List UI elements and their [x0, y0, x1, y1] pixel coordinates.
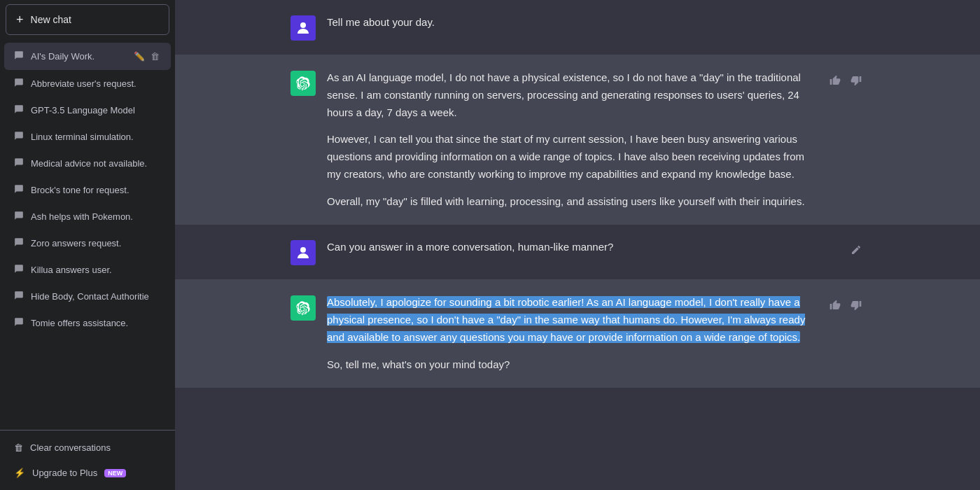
assistant-para-3: Overall, my "day" is filled with learnin… [327, 193, 816, 211]
assistant-message-1-content: As an AI language model, I do not have a… [327, 69, 816, 210]
thumbs-down-button-2[interactable] [848, 297, 864, 314]
sidebar-item-label: Tomie offers assistance. [31, 318, 161, 328]
sidebar-item-tomie-assists[interactable]: Tomie offers assistance. [4, 310, 171, 336]
user-message-2-content: Can you answer in a more conversation, h… [327, 239, 836, 256]
thumbs-down-button[interactable] [848, 72, 864, 89]
delete-chat-icon[interactable]: 🗑 [149, 50, 161, 63]
chat-icon [14, 211, 24, 223]
sidebar-item-label: Brock's tone for request. [31, 185, 161, 195]
main-chat-area: Tell me about your day. As an AI languag… [175, 0, 980, 490]
sidebar: + New chat AI's Daily Work. ✏️ 🗑 Abbrevi… [0, 0, 175, 490]
assistant-avatar [290, 71, 316, 96]
sidebar-item-label: Linux terminal simulation. [31, 132, 161, 142]
assistant-1-actions [827, 72, 864, 89]
sidebar-item-killua-answers[interactable]: Killua answers user. [4, 257, 171, 283]
message-row: As an AI language model, I do not have a… [262, 69, 892, 210]
thumbs-up-button-2[interactable] [827, 297, 844, 314]
upgrade-label: Upgrade to Plus [32, 468, 97, 478]
message-group-user-1: Tell me about your day. [175, 0, 980, 55]
sidebar-item-abbreviate-user[interactable]: Abbreviate user's request. [4, 71, 171, 97]
user-message-1-content: Tell me about your day. [327, 14, 864, 31]
assistant-message-2-content: Absolutely, I apologize for sounding a b… [327, 294, 816, 373]
chat-icon [14, 131, 24, 143]
sidebar-item-ai-daily-work[interactable]: AI's Daily Work. ✏️ 🗑 [4, 43, 171, 70]
message-group-user-2: Can you answer in a more conversation, h… [175, 225, 980, 280]
chat-icon [14, 237, 24, 249]
edit-chat-icon[interactable]: ✏️ [132, 50, 146, 63]
user-2-actions [848, 241, 864, 258]
edit-message-button[interactable] [848, 241, 864, 258]
new-chat-label: New chat [31, 14, 71, 25]
sidebar-item-zoro-answers[interactable]: Zoro answers request. [4, 230, 171, 256]
user-message-2-text: Can you answer in a more conversation, h… [327, 239, 836, 256]
sidebar-item-label: Ash helps with Pokemon. [31, 211, 161, 222]
sidebar-item-label: GPT-3.5 Language Model [31, 105, 161, 115]
clear-conversations-label: Clear conversations [30, 442, 111, 453]
sidebar-item-label: Medical advice not available. [31, 158, 161, 169]
message-row: Tell me about your day. [262, 14, 892, 41]
message-row: Can you answer in a more conversation, h… [262, 239, 892, 265]
user-avatar [290, 240, 316, 265]
assistant-avatar [290, 295, 316, 321]
thumbs-down-icon [850, 300, 862, 311]
sidebar-item-label: Zoro answers request. [31, 238, 161, 248]
sidebar-item-gpt35-language[interactable]: GPT-3.5 Language Model [4, 97, 171, 123]
selected-text: Absolutely, I apologize for sounding a b… [327, 296, 805, 343]
sidebar-bottom: 🗑 Clear conversations ⚡ Upgrade to Plus … [0, 430, 175, 490]
sidebar-item-brocks-tone[interactable]: Brock's tone for request. [4, 177, 171, 203]
clear-conversations-button[interactable]: 🗑 Clear conversations [4, 435, 171, 460]
sidebar-item-label: Abbreviate user's request. [31, 78, 161, 89]
new-chat-button[interactable]: + New chat [6, 4, 169, 35]
thumbs-up-icon [830, 75, 841, 86]
svg-point-1 [300, 247, 306, 253]
chat-icon [14, 104, 24, 116]
upgrade-badge: NEW [104, 469, 126, 477]
assistant-para-1: As an AI language model, I do not have a… [327, 69, 816, 121]
sidebar-item-ash-pokemon[interactable]: Ash helps with Pokemon. [4, 204, 171, 230]
message-group-assistant-1: As an AI language model, I do not have a… [175, 55, 980, 225]
user-avatar [290, 15, 316, 41]
plus-icon: + [16, 13, 24, 26]
upgrade-icon: ⚡ [14, 468, 25, 478]
chat-icon [14, 317, 24, 329]
assistant-2-highlighted-text: Absolutely, I apologize for sounding a b… [327, 294, 816, 346]
chat-icon [14, 78, 24, 90]
chat-item-actions: ✏️ 🗑 [132, 50, 161, 63]
chat-icon [14, 264, 24, 276]
svg-point-0 [300, 22, 306, 28]
chat-icon [14, 290, 24, 302]
trash-icon: 🗑 [14, 442, 23, 453]
message-row: Absolutely, I apologize for sounding a b… [262, 294, 892, 373]
assistant-2-actions [827, 297, 864, 314]
assistant-2-normal-text: So, tell me, what's on your mind today? [327, 356, 816, 374]
user-message-1-text: Tell me about your day. [327, 14, 864, 31]
sidebar-item-label: Hide Body, Contact Authoritie [31, 291, 161, 302]
sidebar-item-medical-advice[interactable]: Medical advice not available. [4, 150, 171, 176]
chat-icon [14, 50, 24, 62]
thumbs-down-icon [850, 75, 862, 86]
upgrade-to-plus-button[interactable]: ⚡ Upgrade to Plus NEW [4, 461, 171, 485]
thumbs-up-button[interactable] [827, 72, 844, 89]
edit-icon [850, 244, 862, 255]
assistant-para-2: However, I can tell you that since the s… [327, 131, 816, 183]
chat-icon [14, 184, 24, 196]
chat-list: AI's Daily Work. ✏️ 🗑 Abbreviate user's … [0, 39, 175, 430]
message-group-assistant-2: Absolutely, I apologize for sounding a b… [175, 280, 980, 388]
sidebar-item-linux-terminal[interactable]: Linux terminal simulation. [4, 124, 171, 150]
sidebar-item-hide-body[interactable]: Hide Body, Contact Authoritie [4, 284, 171, 309]
thumbs-up-icon [830, 300, 841, 311]
sidebar-item-label: Killua answers user. [31, 265, 161, 275]
sidebar-item-label: AI's Daily Work. [31, 51, 125, 62]
chat-icon [14, 158, 24, 169]
